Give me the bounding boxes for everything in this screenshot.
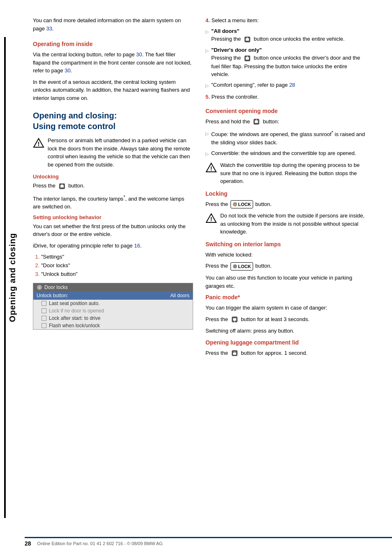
checkbox-2 (42, 308, 46, 313)
panic-mode-heading: Panic mode* (205, 294, 366, 301)
svg-point-9 (247, 37, 248, 38)
panic-mode-para3: Switching off alarm: press any button. (205, 327, 366, 335)
setting-unlocking-para1: You can set whether the first press of t… (33, 222, 193, 238)
convenient-mode-list: ▷ Coupe: the windows are opened, the gla… (205, 129, 366, 157)
page-container: Opening and closing You can find more de… (0, 0, 392, 555)
highlight-left: Unlock button: (37, 293, 68, 298)
switching-lamps-para1: With vehicle locked: (205, 251, 366, 259)
press-controller: 5. Press the controller. (205, 93, 366, 101)
screen-title: Door locks (44, 284, 68, 290)
bullet-arrow-2: ▷ (205, 47, 209, 79)
bullet-arrow-1: ▷ (205, 28, 209, 44)
coupe-item: ▷ Coupe: the windows are opened, the gla… (205, 129, 366, 146)
bullet-arrow-convertible: ▷ (205, 150, 209, 157)
side-tab-bar (4, 37, 6, 518)
panic-mode-para2: Press the button for at least 3 seconds. (205, 315, 366, 324)
switching-lamps-heading: Switching on interior lamps (205, 241, 366, 247)
screen-box: i Door locks Unlock button: All doors La… (33, 283, 193, 330)
menu-item-comfort-content: "Comfort opening", refer to page 28 (211, 81, 295, 89)
page-link-30b[interactable]: 30 (65, 67, 70, 74)
unlocking-heading: Unlocking (33, 173, 193, 180)
svg-rect-28 (233, 352, 236, 353)
menu-item-drivers-door-content: "Driver's door only" Pressing the button… (211, 46, 366, 79)
remote-icon-2 (243, 54, 251, 62)
menu-item-all-doors: ▷ "All doors" Pressing the button once u… (205, 27, 366, 44)
checkbox-1 (42, 301, 46, 306)
page-link-16[interactable]: 16 (134, 243, 140, 249)
list-item-1: "Settings" (41, 253, 193, 261)
page-link-28[interactable]: 28 (289, 82, 295, 88)
screen-row-3-text: Lock after start: to drive (49, 315, 100, 321)
screen-row-3: Lock after start: to drive (33, 314, 193, 322)
remote-unlock-icon (58, 182, 66, 190)
checkbox-4 (42, 323, 46, 328)
lock-icon: 🔒 LOCK (231, 200, 253, 209)
page-link-30a[interactable]: 30 (136, 51, 142, 58)
screen-row-highlight: Unlock button: All doors (33, 291, 193, 300)
svg-rect-11 (246, 57, 249, 60)
menu-item-drivers-door: ▷ "Driver's door only" Pressing the butt… (205, 46, 366, 79)
svg-point-4 (61, 184, 62, 185)
screen-row-1: Last seat position auto. (33, 300, 193, 307)
warning-icon-convertible: ! (205, 162, 217, 173)
side-tab-label: Opening and closing (8, 233, 17, 322)
side-tab: Opening and closing (0, 0, 25, 555)
screen-row-1-text: Last seat position auto. (49, 301, 99, 306)
setting-unlocking-para2: iDrive, for operating principle refer to… (33, 242, 193, 250)
svg-point-15 (256, 119, 257, 120)
warning-text-1: Persons or animals left unattended in a … (48, 136, 193, 169)
panic-icon (231, 315, 239, 324)
operating-inside-para1: Via the central locking button, refer to… (33, 51, 193, 75)
svg-rect-3 (60, 185, 64, 187)
svg-text:🔒: 🔒 (233, 203, 237, 206)
svg-text:i: i (39, 286, 40, 290)
operating-inside-para2: In the event of a serious accident, the … (33, 78, 193, 102)
bullet-arrow-coupe: ▷ (205, 130, 209, 146)
screen-row-2: Lock if no door is opened (33, 307, 193, 314)
switching-lamps-para2: Press the LOCK button. (205, 262, 366, 271)
lock-icon-2: LOCK (231, 262, 253, 271)
main-section-heading: Opening and closing: Using remote contro… (33, 110, 193, 132)
svg-text:!: ! (210, 165, 212, 172)
setting-unlocking-list: "Settings" "Door locks" "Unlock button" (41, 253, 193, 278)
svg-point-25 (234, 321, 235, 322)
checkbox-3 (42, 316, 46, 321)
svg-rect-8 (246, 38, 249, 41)
coupe-text: Coupe: the windows are opened, the glass… (211, 129, 366, 146)
intro-text: You can find more detailed information o… (33, 16, 193, 32)
footer-text: Online Edition for Part no. 01 41 2 602 … (37, 541, 163, 546)
switching-lamps-para3: You can also use this function to locate… (205, 274, 366, 290)
warning-icon-1: ! (33, 137, 44, 149)
convenient-mode-heading: Convenient opening mode (205, 108, 366, 114)
remote-icon-3 (252, 118, 261, 126)
svg-point-22 (233, 264, 237, 268)
page-number: 28 (25, 540, 31, 547)
right-column: 4. Select a menu item: ▷ "All doors" Pre… (205, 16, 366, 543)
select-menu-heading: 4. Select a menu item: (205, 16, 366, 25)
screen-row-4: Flash when lock/unlock (33, 322, 193, 329)
page-footer: 28 Online Edition for Part no. 01 41 2 6… (25, 537, 392, 547)
page-link-33[interactable]: 33 (46, 25, 52, 32)
select-menu-list: ▷ "All doors" Pressing the button once u… (205, 27, 366, 89)
content-area: You can find more detailed information o… (25, 0, 392, 555)
warning-convertible-text: Watch the convertible top during the ope… (220, 161, 366, 185)
unlocking-para2: The interior lamps, the courtesy lamps*,… (33, 194, 193, 211)
screen-row-4-text: Flash when lock/unlock (49, 323, 100, 328)
list-item-3: "Unlock button" (41, 270, 193, 279)
convertible-item: ▷ Convertible: the windows and the conve… (205, 149, 366, 157)
menu-item-comfort: ▷ "Comfort opening", refer to page 28 (205, 81, 366, 89)
warning-box-locking: ! Do not lock the vehicle from the outsi… (205, 212, 366, 236)
setting-unlocking-heading: Setting unlocking behavior (33, 214, 193, 220)
unlocking-para1: Press the button. (33, 182, 193, 190)
warning-icon-locking: ! (205, 213, 217, 224)
svg-text:!: ! (210, 216, 212, 222)
locking-heading: Locking (205, 190, 366, 197)
menu-item-all-doors-content: "All doors" Pressing the button once unl… (211, 27, 345, 44)
highlight-right: All doors (170, 293, 189, 298)
locking-intro: Press the 🔒 LOCK button. (205, 200, 366, 209)
luggage-para1: Press the button for approx. 1 second. (205, 349, 366, 358)
convertible-text: Convertible: the windows and the convert… (211, 149, 356, 157)
warning-box-1: ! Persons or animals left unattended in … (33, 136, 193, 169)
screen-header: i Door locks (33, 283, 193, 291)
remote-icon-1 (243, 35, 251, 44)
